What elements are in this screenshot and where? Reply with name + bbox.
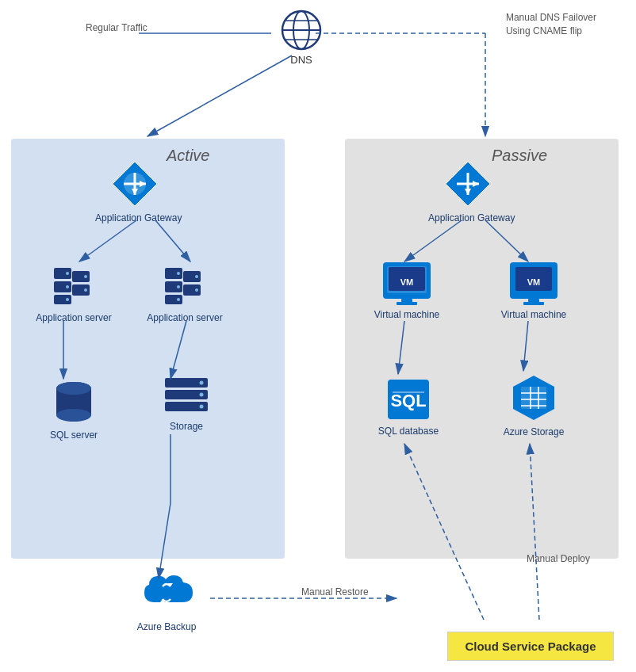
svg-rect-42 (397, 302, 417, 305)
vm-2-label: Virtual machine (490, 309, 577, 320)
svg-text:VM: VM (400, 277, 414, 287)
diagram-container: Active Passive DNS Regular Traffic Manua… (0, 0, 636, 672)
storage-block: Storage (147, 376, 226, 432)
azure-backup-block: Azure Backup (123, 569, 210, 632)
storage-label: Storage (147, 421, 226, 432)
app-server-2-icon (161, 262, 209, 309)
dns-globe-icon (279, 8, 324, 52)
app-gateway-passive-block: Application Gateway (428, 158, 508, 223)
svg-point-51 (56, 382, 91, 395)
azure-storage-icon (508, 372, 559, 423)
svg-point-31 (177, 285, 180, 288)
svg-line-73 (148, 55, 292, 136)
svg-point-26 (84, 288, 87, 292)
sql-database-label: SQL database (365, 426, 452, 437)
svg-point-21 (66, 285, 69, 288)
svg-point-25 (84, 275, 87, 278)
svg-point-32 (177, 298, 180, 301)
azure-storage-block: Azure Storage (490, 372, 577, 437)
svg-point-20 (66, 272, 69, 275)
manual-deploy-label: Manual Deploy (527, 553, 590, 564)
svg-point-55 (200, 381, 204, 385)
cloud-service-package-box: Cloud Service Package (447, 632, 614, 662)
azure-storage-label: Azure Storage (490, 426, 577, 437)
storage-icon (163, 376, 209, 418)
app-server-2-label: Application server (141, 312, 228, 323)
app-gateway-active-icon (109, 158, 160, 209)
svg-point-36 (195, 288, 198, 292)
sql-server-label: SQL server (30, 430, 117, 441)
app-server-1-icon (50, 262, 98, 309)
svg-text:VM: VM (527, 277, 541, 287)
app-server-1-label: Application server (30, 312, 117, 323)
manual-restore-label: Manual Restore (301, 586, 369, 598)
azure-backup-label: Azure Backup (123, 621, 210, 632)
app-server-1-block: Application server (30, 262, 117, 323)
sql-server-icon (53, 380, 94, 426)
app-server-2-block: Application server (141, 262, 228, 323)
app-gateway-passive-icon (443, 158, 493, 209)
azure-backup-icon (139, 569, 194, 618)
svg-point-35 (195, 275, 198, 278)
sql-database-icon: SQL (385, 376, 432, 422)
regular-traffic-label: Regular Traffic (86, 22, 148, 33)
svg-rect-47 (523, 302, 544, 305)
svg-point-50 (56, 409, 91, 422)
svg-point-56 (200, 393, 204, 397)
svg-point-57 (200, 405, 204, 409)
vm-1-label: Virtual machine (363, 309, 450, 320)
svg-point-30 (177, 272, 180, 275)
vm-1-icon: VM (382, 262, 431, 306)
app-gateway-active-label: Application Gateway (95, 212, 174, 223)
dns-icon-block: DNS (270, 8, 333, 66)
app-gateway-active-block: Application Gateway (95, 158, 174, 223)
sql-database-block: SQL SQL database (365, 376, 452, 437)
svg-point-22 (66, 298, 69, 301)
manual-dns-label: Manual DNS Failover Using CNAME flip (506, 11, 596, 38)
sql-server-block: SQL server (30, 380, 117, 441)
vm-2-icon: VM (509, 262, 558, 306)
vm-2-block: VM Virtual machine (490, 262, 577, 320)
app-gateway-passive-label: Application Gateway (428, 212, 508, 223)
svg-text:SQL: SQL (390, 391, 426, 410)
dns-label: DNS (270, 54, 333, 66)
vm-1-block: VM Virtual machine (363, 262, 450, 320)
